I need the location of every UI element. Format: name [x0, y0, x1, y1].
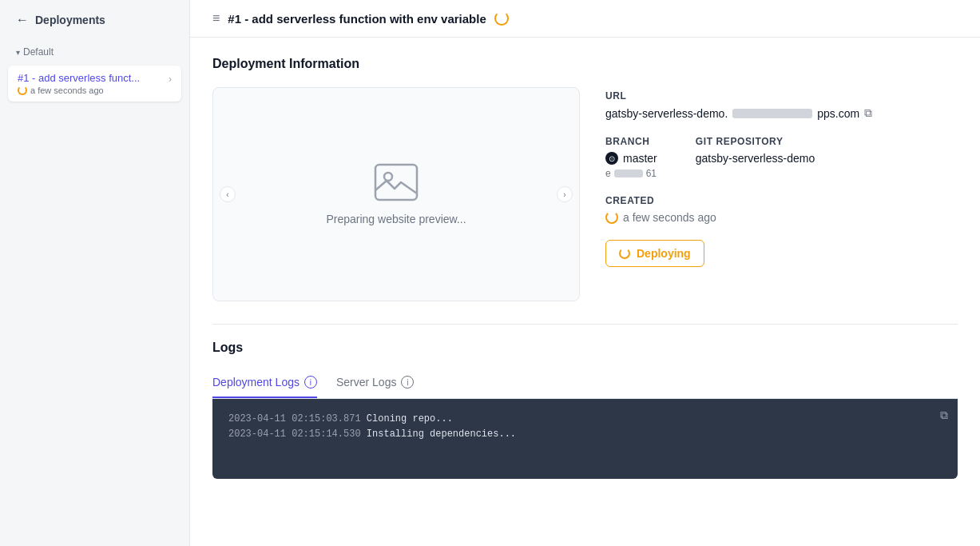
- deploying-spinner-topbar: [494, 11, 509, 26]
- menu-icon[interactable]: ≡: [212, 11, 220, 26]
- commit-hash-redacted: [614, 169, 643, 177]
- log-line-1: 2023-04-11 02:15:03.871 Cloning repo...: [228, 412, 942, 427]
- log-terminal: ⧉ 2023-04-11 02:15:03.871 Cloning repo..…: [212, 399, 958, 479]
- log-message-2: Installing dependencies...: [367, 428, 516, 440]
- back-button[interactable]: ← Deployments: [0, 0, 189, 40]
- logs-tabs: Deployment Logs i Server Logs i: [212, 368, 958, 399]
- git-repo-label: Git Repository: [696, 136, 815, 147]
- preview-text: Preparing website preview...: [326, 213, 466, 225]
- branch-col: Branch ⊙ master e61: [605, 136, 657, 179]
- url-label: URL: [605, 90, 958, 102]
- back-arrow-icon: ←: [16, 13, 29, 27]
- sidebar-item-subtitle: a few seconds ago: [18, 86, 140, 95]
- tab-server-logs-label: Server Logs: [336, 376, 396, 389]
- sidebar-item-content: #1 - add serverless funct... a few secon…: [18, 72, 140, 95]
- created-row: Created a few seconds ago: [605, 195, 958, 224]
- deploying-spinner-icon: [18, 86, 27, 95]
- deployment-info-title: Deployment Information: [212, 57, 958, 71]
- branch-label: Branch: [605, 136, 657, 147]
- deploying-button-spinner: [619, 248, 630, 259]
- branch-repo-row: Branch ⊙ master e61 Git Reposito: [605, 136, 958, 179]
- branch-value: ⊙ master e61: [605, 152, 657, 179]
- log-timestamp-2: 2023-04-11 02:15:14.530: [228, 428, 361, 440]
- tab-deployment-logs[interactable]: Deployment Logs i: [212, 368, 317, 398]
- log-message-1: Cloning repo...: [367, 413, 453, 424]
- website-preview: ‹ › Preparing website preview...: [212, 87, 580, 301]
- sidebar-group-label: ▾ Default: [0, 40, 189, 64]
- deployment-logs-info-icon: i: [304, 376, 317, 389]
- preview-scroll-left-button[interactable]: ‹: [220, 186, 236, 202]
- url-prefix: gatsby-serverless-demo.: [605, 107, 728, 120]
- sidebar-item-title: #1 - add serverless funct...: [18, 72, 140, 84]
- github-icon: ⊙: [605, 152, 618, 165]
- git-repo-col: Git Repository gatsby-serverless-demo: [696, 136, 815, 179]
- deploying-button-label: Deploying: [637, 247, 691, 260]
- image-placeholder-icon: [374, 163, 419, 201]
- sidebar-item-deployment[interactable]: #1 - add serverless funct... a few secon…: [8, 66, 181, 102]
- commit-hash: e61: [605, 168, 657, 179]
- sidebar-item-arrow-icon: ›: [169, 74, 172, 85]
- deploying-button[interactable]: Deploying: [605, 240, 704, 267]
- log-line-2: 2023-04-11 02:15:14.530 Installing depen…: [228, 427, 942, 442]
- sidebar-back-label: Deployments: [35, 14, 105, 26]
- tab-deployment-logs-label: Deployment Logs: [212, 376, 300, 389]
- page-title: #1 - add serverless function with env va…: [228, 12, 486, 26]
- log-timestamp-1: 2023-04-11 02:15:03.871: [228, 413, 361, 424]
- git-repo-name: gatsby-serverless-demo: [696, 152, 815, 165]
- created-spinner-icon: [605, 211, 618, 224]
- copy-url-button[interactable]: ⧉: [864, 106, 872, 120]
- info-panel: URL gatsby-serverless-demo.pps.com ⧉ Bra…: [605, 87, 958, 301]
- created-value: a few seconds ago: [605, 211, 958, 224]
- content-area: Deployment Information ‹ › Preparing web…: [190, 38, 980, 546]
- url-suffix: pps.com: [817, 107, 859, 120]
- preview-scroll-right-button[interactable]: ›: [557, 186, 573, 202]
- url-value: gatsby-serverless-demo.pps.com ⧉: [605, 106, 958, 120]
- deployment-info-panel: ‹ › Preparing website preview... URL gat…: [212, 87, 958, 301]
- tab-server-logs[interactable]: Server Logs i: [336, 368, 414, 398]
- deploying-button-container: Deploying: [605, 240, 958, 267]
- server-logs-info-icon: i: [401, 376, 414, 389]
- url-row: URL gatsby-serverless-demo.pps.com ⧉: [605, 90, 958, 120]
- chevron-down-icon: ▾: [16, 48, 20, 57]
- svg-rect-0: [375, 165, 417, 200]
- topbar: ≡ #1 - add serverless function with env …: [190, 0, 980, 38]
- logs-section: Logs Deployment Logs i Server Logs i ⧉ 2…: [212, 324, 958, 479]
- main-content: ≡ #1 - add serverless function with env …: [190, 0, 980, 546]
- copy-logs-button[interactable]: ⧉: [940, 409, 948, 422]
- created-label: Created: [605, 195, 958, 206]
- logs-title: Logs: [212, 341, 958, 355]
- sidebar: ← Deployments ▾ Default #1 - add serverl…: [0, 0, 190, 546]
- branch-name: ⊙ master: [605, 152, 657, 165]
- url-redacted: [732, 109, 812, 118]
- svg-point-1: [384, 173, 392, 181]
